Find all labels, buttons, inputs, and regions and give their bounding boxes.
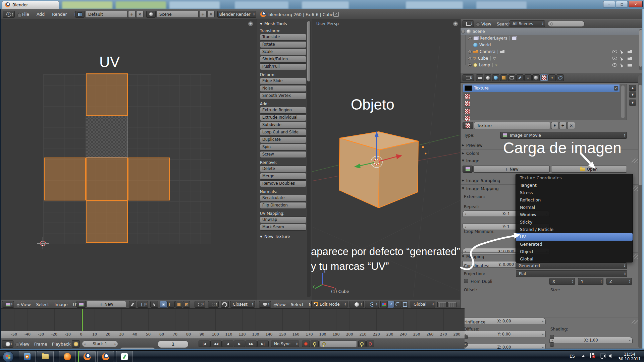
- tool-recalculate[interactable]: Recalculate: [260, 195, 306, 201]
- ambient-checkbox[interactable]: [550, 335, 554, 339]
- jump-to-end-button[interactable]: ▶|: [257, 341, 269, 347]
- blender-window-tab[interactable]: Blender: [2, 1, 59, 9]
- menu-select[interactable]: Select: [291, 302, 304, 307]
- tool-subdivide[interactable]: Subdivide: [260, 122, 306, 128]
- coord-option-uv[interactable]: UV: [516, 233, 633, 241]
- add-layout-button[interactable]: +: [128, 11, 136, 18]
- tool-spin[interactable]: Spin: [260, 144, 306, 150]
- coord-option-stress[interactable]: Stress: [516, 189, 633, 196]
- tray-show-hidden-icon[interactable]: [582, 355, 585, 357]
- editor-type-button[interactable]: [2, 301, 14, 308]
- sync-mode-select[interactable]: No Sync: [271, 341, 299, 347]
- image-datablock-icon-button[interactable]: [76, 301, 86, 308]
- tab-world[interactable]: [492, 74, 499, 81]
- tab-object-data[interactable]: ▽: [524, 74, 532, 81]
- renderability-camera-icon[interactable]: [628, 50, 632, 53]
- image-new-button[interactable]: +New: [87, 301, 126, 308]
- tool-shelf-scrollbar[interactable]: [307, 20, 311, 297]
- collapse-menus-icon[interactable]: −: [17, 13, 22, 17]
- new-texture-button[interactable]: +: [559, 122, 567, 129]
- tool-extrude-individual[interactable]: Extrude Individual: [260, 114, 306, 121]
- screen-layout-icon-button[interactable]: [75, 11, 85, 18]
- layers-grid-2[interactable]: [447, 302, 457, 307]
- size-x-slider[interactable]: X: 1.00: [549, 337, 633, 343]
- panel-colors[interactable]: ▶Colors: [462, 150, 479, 157]
- add-scene-button[interactable]: +: [199, 11, 207, 18]
- coord-option-strand-particle[interactable]: Strand / Particle: [516, 226, 633, 233]
- menu-select[interactable]: Select: [36, 302, 49, 307]
- menu-search[interactable]: Search: [497, 21, 511, 26]
- pivot-select[interactable]: [138, 301, 148, 308]
- empty-slot-icon[interactable]: [465, 108, 470, 114]
- volume-icon[interactable]: [608, 354, 611, 358]
- delete-keyframe-button[interactable]: [366, 341, 374, 347]
- panel-collapse-icon[interactable]: ▼: [260, 235, 262, 238]
- menu-render[interactable]: Render: [52, 12, 67, 17]
- timeline-ruler[interactable]: -50-40-30-20-100102030405060708090100110…: [0, 331, 465, 339]
- tool-noise[interactable]: Noise: [260, 85, 306, 92]
- manipulator-rotate-button[interactable]: [394, 301, 401, 308]
- selectability-cursor-icon[interactable]: [620, 49, 624, 54]
- coord-option-generated[interactable]: Generated: [516, 241, 633, 248]
- tab-render[interactable]: [476, 74, 483, 81]
- minimize-button[interactable]: ─: [603, 1, 615, 7]
- uv-face-selected[interactable]: [86, 73, 128, 116]
- uv-face-selected[interactable]: [128, 158, 170, 200]
- outliner-row-cube[interactable]: + ▽ Cube |▽: [461, 55, 644, 62]
- slot-move-up-button[interactable]: ▲: [629, 85, 636, 91]
- tool-flip-direction[interactable]: Flip Direction: [260, 202, 306, 209]
- fake-user-button[interactable]: F: [551, 122, 558, 129]
- tool-unwrap[interactable]: Unwrap: [260, 217, 306, 223]
- expander[interactable]: +: [468, 63, 472, 67]
- uv-select-face-button[interactable]: [175, 301, 182, 308]
- scene-field[interactable]: Scene: [156, 11, 199, 18]
- screen-layout-field[interactable]: Default: [85, 11, 127, 18]
- axis-y-select[interactable]: Y: [578, 278, 603, 285]
- image-open-button[interactable]: Open: [551, 166, 627, 173]
- tool-shrink-fatten[interactable]: Shrink/Fatten: [260, 56, 306, 63]
- expander[interactable]: +: [468, 37, 472, 40]
- render-engine-select[interactable]: Blender Render: [217, 11, 256, 18]
- uv-select-edge-button[interactable]: [167, 301, 175, 308]
- expand-region-icon[interactable]: +: [248, 21, 253, 26]
- axis-z-select[interactable]: Z: [606, 278, 632, 285]
- panel-collapse-icon[interactable]: ▼: [260, 22, 262, 25]
- texture-slot-selected[interactable]: Texture ✓: [463, 84, 620, 92]
- image-new-button[interactable]: +New: [473, 166, 550, 173]
- uv-select-island-button[interactable]: [183, 301, 190, 308]
- scrollbar-thumb[interactable]: [307, 21, 310, 81]
- tool-delete[interactable]: Delete: [260, 166, 306, 172]
- editor-type-button[interactable]: [463, 20, 474, 27]
- tray-language[interactable]: ES: [570, 354, 575, 359]
- taskbar-blender-2[interactable]: [97, 351, 114, 362]
- collapse-menus-icon[interactable]: −: [16, 303, 20, 307]
- taskbar-feather-app[interactable]: [116, 351, 133, 362]
- tool-merge[interactable]: Merge: [260, 173, 306, 180]
- scene-icon-button[interactable]: [146, 11, 156, 18]
- unlink-texture-button[interactable]: ✕: [567, 122, 575, 129]
- emit-checkbox[interactable]: [550, 342, 554, 347]
- coord-option-global[interactable]: Global: [516, 255, 633, 263]
- tool-scale[interactable]: Scale: [260, 49, 306, 55]
- manipulator-translate-button[interactable]: ↗: [387, 301, 394, 308]
- auto-keying-button[interactable]: [311, 341, 319, 347]
- insert-keyframe-button[interactable]: [358, 341, 366, 347]
- outliner-row-renderlayers[interactable]: + RenderLayers |: [461, 35, 644, 42]
- viewport-shading-select[interactable]: [350, 301, 364, 308]
- menu-view[interactable]: View: [21, 302, 31, 307]
- tool-rotate[interactable]: Rotate: [260, 41, 306, 48]
- visibility-eye-icon[interactable]: [612, 50, 617, 53]
- image-browse-button[interactable]: [463, 166, 473, 173]
- visibility-eye-icon[interactable]: [612, 57, 617, 60]
- outliner-row-lamp[interactable]: + Lamp |✳: [461, 62, 644, 68]
- menu-view[interactable]: View: [481, 21, 491, 26]
- outliner-row-scene[interactable]: − Scene: [461, 28, 644, 35]
- panel-preview[interactable]: ▶Preview: [462, 142, 483, 148]
- scrollbar-thumb[interactable]: [639, 85, 642, 185]
- timeline-tracks[interactable]: [0, 309, 465, 331]
- editor-type-button[interactable]: i: [3, 11, 15, 18]
- projection-select[interactable]: Flat: [516, 270, 627, 277]
- empty-slot-icon[interactable]: [465, 116, 470, 121]
- uv-select-vertex-button[interactable]: [160, 301, 167, 308]
- tool-smooth-vertex[interactable]: Smooth Vertex: [260, 93, 306, 99]
